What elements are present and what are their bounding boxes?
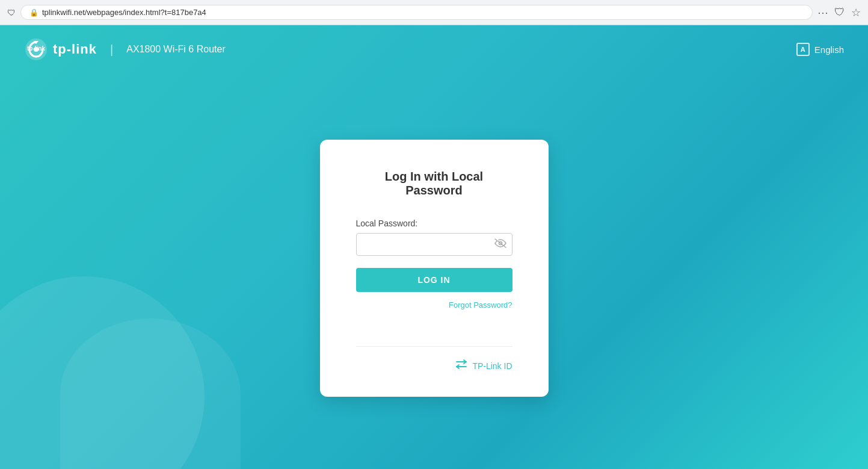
- login-button[interactable]: LOG IN: [356, 268, 512, 292]
- logo-section: tp-link tp-link | AX1800 Wi-Fi 6 Router: [24, 37, 226, 61]
- svg-point-3: [34, 47, 38, 52]
- forgot-password-section: Forgot Password?: [356, 299, 512, 310]
- language-icon: A: [796, 43, 810, 56]
- login-card: Log In with Local Password Local Passwor…: [320, 140, 549, 397]
- tplink-id-icon: [455, 359, 467, 373]
- shield-icon: 🛡: [7, 8, 16, 17]
- header: tp-link tp-link | AX1800 Wi-Fi 6 Router: [0, 25, 868, 73]
- brand-name: tp-link: [53, 42, 97, 57]
- browser-controls: 🛡: [7, 8, 16, 17]
- router-model: AX1800 Wi-Fi 6 Router: [126, 44, 226, 55]
- bookmark-icon[interactable]: ☆: [851, 6, 861, 19]
- address-bar[interactable]: 🔒 tplinkwifi.net/webpages/index.html?t=8…: [20, 5, 813, 20]
- login-title: Log In with Local Password: [356, 170, 512, 197]
- logo-divider: |: [110, 43, 113, 57]
- lang-letter: A: [801, 46, 805, 53]
- url-text: tplinkwifi.net/webpages/index.html?t=817…: [42, 8, 206, 17]
- browser-chrome: 🛡 🔒 tplinkwifi.net/webpages/index.html?t…: [0, 0, 868, 25]
- password-form-group: Local Password:: [356, 219, 512, 256]
- language-label: English: [814, 45, 844, 55]
- shield-verify-icon[interactable]: 🛡: [834, 6, 845, 19]
- browser-actions: ⋯ 🛡 ☆: [817, 6, 861, 19]
- password-input-wrapper: [356, 233, 512, 256]
- forgot-password-link[interactable]: Forgot Password?: [449, 300, 512, 309]
- language-selector[interactable]: A English: [796, 43, 844, 56]
- page-content: tp-link tp-link | AX1800 Wi-Fi 6 Router: [0, 25, 868, 469]
- tplink-id-section[interactable]: TP-Link ID: [356, 346, 512, 373]
- toggle-password-icon[interactable]: [494, 238, 506, 250]
- tp-link-logo-icon: tp-link: [24, 37, 48, 61]
- password-input[interactable]: [356, 233, 512, 256]
- tplink-id-label: TP-Link ID: [472, 361, 512, 371]
- tp-link-logo: tp-link tp-link: [24, 37, 97, 61]
- password-label: Local Password:: [356, 219, 512, 228]
- login-container: Log In with Local Password Local Passwor…: [0, 73, 868, 463]
- menu-icon[interactable]: ⋯: [817, 6, 828, 19]
- lock-icon: 🔒: [29, 8, 38, 17]
